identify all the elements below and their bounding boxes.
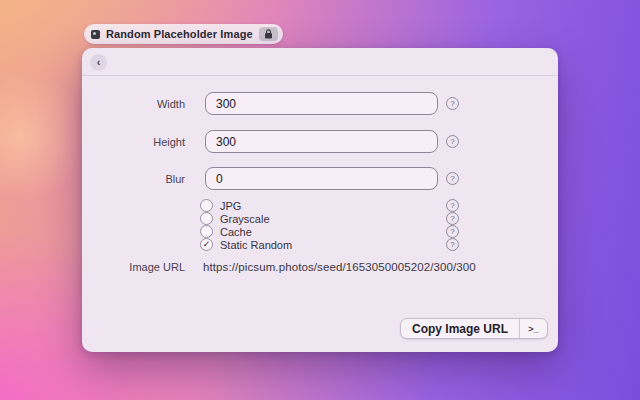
grayscale-help-icon[interactable]: ? <box>446 212 459 225</box>
window-title-pill[interactable]: Random Placeholder Image <box>84 24 283 44</box>
jpg-checkbox-label: JPG <box>220 200 241 212</box>
width-input[interactable] <box>205 92 438 115</box>
image-url-label: Image URL <box>90 261 185 273</box>
height-input[interactable] <box>205 130 438 153</box>
jpg-checkbox[interactable] <box>200 199 213 212</box>
blur-label: Blur <box>90 173 185 185</box>
width-help-icon[interactable]: ? <box>446 97 459 110</box>
checkbox-row-grayscale: Grayscale <box>200 212 270 225</box>
cache-help-icon[interactable]: ? <box>446 225 459 238</box>
blur-input[interactable] <box>205 167 438 190</box>
footer-button-group: Copy Image URL >_ <box>400 318 548 339</box>
static-random-help-icon[interactable]: ? <box>446 238 459 251</box>
static-random-checkbox[interactable]: ✓ <box>200 238 213 251</box>
grayscale-checkbox-label: Grayscale <box>220 213 270 225</box>
height-help-icon[interactable]: ? <box>446 135 459 148</box>
copy-image-url-button[interactable]: Copy Image URL <box>401 319 519 338</box>
checkbox-row-jpg: JPG <box>200 199 241 212</box>
image-url-value: https://picsum.photos/seed/1653050005202… <box>203 261 476 273</box>
jpg-help-icon[interactable]: ? <box>446 199 459 212</box>
height-label: Height <box>90 136 185 148</box>
static-random-checkbox-label: Static Random <box>220 239 292 251</box>
width-label: Width <box>90 98 185 110</box>
cache-checkbox-label: Cache <box>220 226 252 238</box>
window-title: Random Placeholder Image <box>106 28 253 40</box>
lock-icon <box>259 27 278 41</box>
image-icon <box>91 30 100 39</box>
blur-help-icon[interactable]: ? <box>446 172 459 185</box>
app-window: ‹ Width ? Height ? Blur ? JPG ? Grayscal… <box>82 48 558 352</box>
cache-checkbox[interactable] <box>200 225 213 238</box>
checkbox-row-cache: Cache <box>200 225 252 238</box>
terminal-icon[interactable]: >_ <box>520 319 547 338</box>
grayscale-checkbox[interactable] <box>200 212 213 225</box>
window-header: ‹ <box>82 48 558 76</box>
back-button[interactable]: ‹ <box>90 54 107 71</box>
checkbox-row-static-random: ✓ Static Random <box>200 238 292 251</box>
